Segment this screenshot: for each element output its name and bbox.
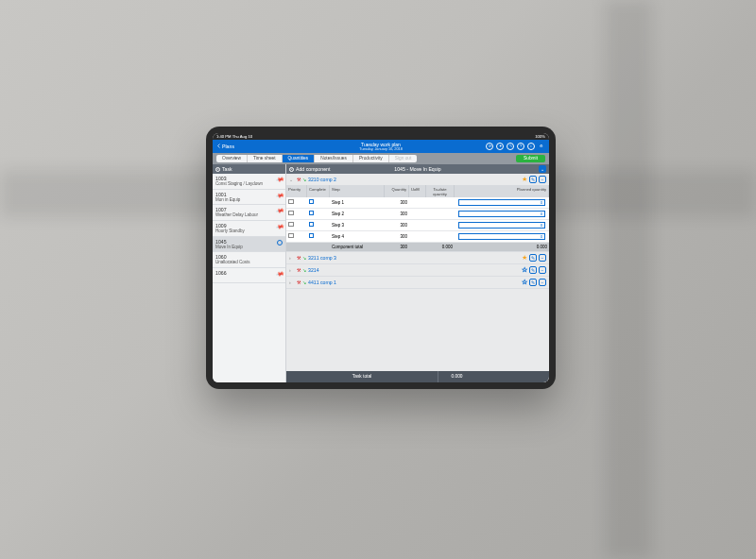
component-row[interactable]: › ⚒ ↘ 4411 comp 1 ☆ ✎ −: [286, 277, 549, 288]
submit-button[interactable]: Submit: [516, 155, 545, 163]
component-number: 3214: [308, 267, 319, 273]
settings-icon[interactable]: ⚙: [538, 143, 545, 150]
back-button[interactable]: Plans: [216, 144, 234, 149]
priority-flag[interactable]: [288, 222, 294, 227]
planned-qty-input[interactable]: 0: [458, 211, 545, 217]
tab-productivity[interactable]: Productivity: [353, 155, 389, 163]
task-sidebar: + Task 1003Const Staging / Laydown📌1001M…: [213, 164, 286, 382]
planned-qty-input[interactable]: 0: [458, 199, 545, 206]
step-row: Step 4 300 0: [286, 231, 549, 243]
step-row: Step 3 300 0: [286, 220, 549, 231]
complete-checkbox[interactable]: [309, 211, 314, 215]
pushpin-icon: ↘: [302, 280, 306, 285]
component-number: 4411 comp 1: [308, 280, 336, 285]
remove-button[interactable]: −: [539, 254, 546, 262]
planned-qty-input[interactable]: 0: [458, 222, 545, 229]
remove-button[interactable]: −: [539, 279, 546, 286]
task-total-row: Task total 0.000: [286, 371, 549, 382]
add-task-button[interactable]: +: [215, 167, 220, 172]
tool-icon: ⚒: [297, 280, 301, 285]
edit-icon[interactable]: ✎: [507, 143, 514, 150]
step-row: Step 1 300 0: [286, 197, 549, 209]
info-icon[interactable]: i: [527, 143, 535, 150]
task-item[interactable]: 1007Weather Delay Labour📌: [213, 205, 285, 221]
complete-checkbox[interactable]: [309, 222, 314, 227]
tablet-frame: 1:40 PM Thu Aug 10100% Plans Tuesday wor…: [206, 127, 556, 389]
help-icon[interactable]: ?: [517, 143, 524, 150]
star-icon[interactable]: ★: [522, 254, 527, 262]
task-item[interactable]: 1001Mon in Equip📌: [213, 190, 285, 206]
star-icon[interactable]: ★: [522, 176, 527, 183]
tool-icon: ⚒: [297, 255, 301, 261]
task-item[interactable]: 1045Move In Equip: [213, 237, 285, 253]
tool-icon: ⚒: [297, 177, 301, 182]
note-button[interactable]: ✎: [529, 279, 537, 286]
component-number: 3211 comp 3: [308, 255, 336, 261]
component-total-row: Component total3000.0000.000: [286, 243, 549, 251]
app-screen: 1:40 PM Thu Aug 10100% Plans Tuesday wor…: [213, 133, 549, 382]
remove-button[interactable]: −: [539, 176, 546, 183]
sync-icon[interactable]: ⟳: [486, 143, 493, 150]
priority-flag[interactable]: [288, 211, 294, 215]
component-row[interactable]: › ⚒ ↘ 3211 comp 3 ★ ✎ −: [286, 252, 549, 263]
task-item[interactable]: 1066📌: [213, 268, 285, 283]
task-item[interactable]: 1003Const Staging / Laydown📌: [213, 174, 285, 190]
tab-quantities[interactable]: Quantities: [283, 155, 316, 163]
pushpin-icon: ↘: [302, 267, 306, 273]
tool-icon: ⚒: [297, 267, 301, 273]
tab-signout: Sign out: [389, 155, 418, 163]
note-button[interactable]: ✎: [529, 266, 537, 274]
note-button[interactable]: ✎: [529, 176, 537, 183]
complete-checkbox[interactable]: [309, 199, 314, 204]
priority-flag[interactable]: [288, 199, 294, 204]
planned-qty-input[interactable]: 0: [458, 233, 545, 240]
remove-button[interactable]: −: [539, 266, 546, 274]
star-icon[interactable]: ☆: [522, 266, 527, 274]
tab-notes[interactable]: Notes/Issues: [315, 155, 353, 163]
star-icon[interactable]: ☆: [522, 279, 527, 286]
component-number: 3210 comp 2: [308, 177, 336, 182]
tab-overview[interactable]: Overview: [216, 155, 248, 163]
complete-checkbox[interactable]: [309, 233, 314, 238]
component-row[interactable]: ⌄ ⚒ ↘ 3210 comp 2 ★ ✎ −: [286, 174, 549, 185]
task-item[interactable]: 1060Unallocated Costs: [213, 252, 285, 268]
task-item[interactable]: 1009Hourly Standby📌: [213, 221, 285, 237]
chevron-right-icon[interactable]: ›: [289, 280, 295, 285]
ios-statusbar: 1:40 PM Thu Aug 10100%: [213, 133, 549, 140]
task-detail-title: 1045 - Move In Equip: [286, 166, 549, 172]
tab-timesheet[interactable]: Time sheet: [248, 155, 283, 163]
tab-bar: Overview Time sheet Quantities Notes/Iss…: [213, 153, 549, 164]
chevron-right-icon[interactable]: ›: [289, 267, 295, 273]
component-row[interactable]: › ⚒ ↘ 3214 ☆ ✎ −: [286, 264, 549, 276]
note-button[interactable]: ✎: [529, 254, 537, 262]
compass-icon[interactable]: ✦: [496, 143, 504, 150]
pushpin-icon: ↘: [302, 255, 306, 261]
pushpin-icon: ↘: [302, 177, 306, 182]
chevron-right-icon[interactable]: ›: [289, 255, 295, 261]
chevron-down-icon[interactable]: ⌄: [289, 177, 295, 182]
task-indicator-icon: [277, 240, 283, 246]
step-row: Step 2 300 0: [286, 209, 549, 220]
priority-flag[interactable]: [288, 233, 294, 238]
